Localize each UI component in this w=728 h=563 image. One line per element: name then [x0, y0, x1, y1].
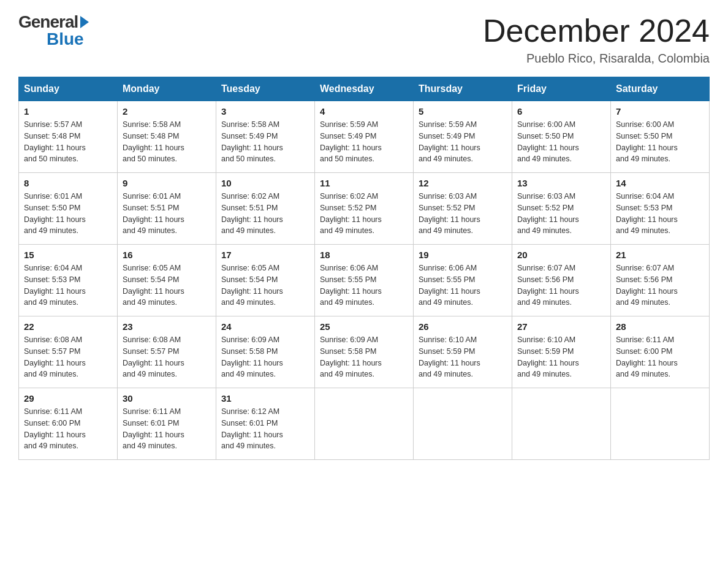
day-info: Sunrise: 6:08 AMSunset: 5:57 PMDaylight:… [24, 334, 112, 380]
day-info: Sunrise: 6:02 AMSunset: 5:51 PMDaylight:… [221, 191, 309, 237]
calendar-cell: 14Sunrise: 6:04 AMSunset: 5:53 PMDayligh… [611, 173, 710, 245]
day-info: Sunrise: 5:58 AMSunset: 5:49 PMDaylight:… [221, 119, 309, 165]
day-info: Sunrise: 5:59 AMSunset: 5:49 PMDaylight:… [419, 119, 507, 165]
day-number: 12 [419, 178, 507, 188]
day-number: 18 [320, 250, 408, 260]
month-title: December 2024 [483, 12, 710, 49]
day-number: 1 [24, 106, 112, 117]
day-number: 2 [123, 106, 211, 117]
calendar-cell: 12Sunrise: 6:03 AMSunset: 5:52 PMDayligh… [414, 173, 512, 245]
calendar-cell: 15Sunrise: 6:04 AMSunset: 5:53 PMDayligh… [19, 245, 118, 316]
day-info: Sunrise: 6:10 AMSunset: 5:59 PMDaylight:… [517, 334, 605, 380]
calendar-cell: 23Sunrise: 6:08 AMSunset: 5:57 PMDayligh… [118, 316, 216, 388]
day-info: Sunrise: 6:08 AMSunset: 5:57 PMDaylight:… [123, 334, 211, 380]
calendar-cell: 28Sunrise: 6:11 AMSunset: 6:00 PMDayligh… [611, 316, 710, 388]
day-number: 27 [517, 321, 605, 332]
day-number: 4 [320, 106, 408, 117]
day-info: Sunrise: 6:11 AMSunset: 6:00 PMDaylight:… [616, 334, 704, 380]
day-info: Sunrise: 6:09 AMSunset: 5:58 PMDaylight:… [221, 334, 309, 380]
calendar-cell: 6Sunrise: 6:00 AMSunset: 5:50 PMDaylight… [512, 101, 611, 173]
calendar-table: SundayMondayTuesdayWednesdayThursdayFrid… [18, 77, 710, 460]
day-info: Sunrise: 6:04 AMSunset: 5:53 PMDaylight:… [616, 191, 704, 237]
calendar-cell [512, 388, 611, 460]
day-info: Sunrise: 6:06 AMSunset: 5:55 PMDaylight:… [419, 262, 507, 308]
week-row-1: 1Sunrise: 5:57 AMSunset: 5:48 PMDaylight… [19, 101, 710, 173]
day-info: Sunrise: 6:00 AMSunset: 5:50 PMDaylight:… [517, 119, 605, 165]
calendar-cell: 4Sunrise: 5:59 AMSunset: 5:49 PMDaylight… [315, 101, 414, 173]
day-number: 24 [221, 321, 309, 332]
calendar-cell: 11Sunrise: 6:02 AMSunset: 5:52 PMDayligh… [315, 173, 414, 245]
weekday-header-sunday: Sunday [19, 77, 118, 101]
day-number: 11 [320, 178, 408, 188]
calendar-cell [414, 388, 512, 460]
logo-text-blue: Blue [47, 29, 84, 49]
day-number: 15 [24, 250, 112, 260]
calendar-cell: 22Sunrise: 6:08 AMSunset: 5:57 PMDayligh… [19, 316, 118, 388]
day-number: 19 [419, 250, 507, 260]
calendar-cell: 13Sunrise: 6:03 AMSunset: 5:52 PMDayligh… [512, 173, 611, 245]
day-number: 5 [419, 106, 507, 117]
day-info: Sunrise: 6:04 AMSunset: 5:53 PMDaylight:… [24, 262, 112, 308]
day-info: Sunrise: 6:06 AMSunset: 5:55 PMDaylight:… [320, 262, 408, 308]
week-row-5: 29Sunrise: 6:11 AMSunset: 6:00 PMDayligh… [19, 388, 710, 460]
weekday-header-saturday: Saturday [611, 77, 710, 101]
day-number: 23 [123, 321, 211, 332]
title-area: December 2024 Pueblo Rico, Risaralda, Co… [483, 12, 710, 66]
calendar-cell [611, 388, 710, 460]
day-number: 8 [24, 178, 112, 188]
weekday-header-friday: Friday [512, 77, 611, 101]
day-info: Sunrise: 6:11 AMSunset: 6:01 PMDaylight:… [123, 406, 211, 452]
week-row-2: 8Sunrise: 6:01 AMSunset: 5:50 PMDaylight… [19, 173, 710, 245]
day-number: 30 [123, 393, 211, 404]
day-number: 9 [123, 178, 211, 188]
day-info: Sunrise: 5:58 AMSunset: 5:48 PMDaylight:… [123, 119, 211, 165]
day-number: 29 [24, 393, 112, 404]
calendar-cell: 7Sunrise: 6:00 AMSunset: 5:50 PMDaylight… [611, 101, 710, 173]
weekday-header-monday: Monday [118, 77, 216, 101]
day-info: Sunrise: 6:05 AMSunset: 5:54 PMDaylight:… [221, 262, 309, 308]
day-info: Sunrise: 6:07 AMSunset: 5:56 PMDaylight:… [616, 262, 704, 308]
weekday-header-tuesday: Tuesday [216, 77, 315, 101]
day-number: 13 [517, 178, 605, 188]
day-info: Sunrise: 6:07 AMSunset: 5:56 PMDaylight:… [517, 262, 605, 308]
day-info: Sunrise: 6:00 AMSunset: 5:50 PMDaylight:… [616, 119, 704, 165]
day-info: Sunrise: 5:57 AMSunset: 5:48 PMDaylight:… [24, 119, 112, 165]
calendar-cell: 17Sunrise: 6:05 AMSunset: 5:54 PMDayligh… [216, 245, 315, 316]
page-header: General Blue December 2024 Pueblo Rico, … [18, 12, 710, 66]
day-number: 25 [320, 321, 408, 332]
calendar-cell: 10Sunrise: 6:02 AMSunset: 5:51 PMDayligh… [216, 173, 315, 245]
day-info: Sunrise: 6:09 AMSunset: 5:58 PMDaylight:… [320, 334, 408, 380]
day-number: 20 [517, 250, 605, 260]
day-number: 6 [517, 106, 605, 117]
day-number: 10 [221, 178, 309, 188]
day-info: Sunrise: 5:59 AMSunset: 5:49 PMDaylight:… [320, 119, 408, 165]
day-info: Sunrise: 6:03 AMSunset: 5:52 PMDaylight:… [419, 191, 507, 237]
calendar-cell: 9Sunrise: 6:01 AMSunset: 5:51 PMDaylight… [118, 173, 216, 245]
calendar-cell: 3Sunrise: 5:58 AMSunset: 5:49 PMDaylight… [216, 101, 315, 173]
calendar-cell [315, 388, 414, 460]
calendar-cell: 2Sunrise: 5:58 AMSunset: 5:48 PMDaylight… [118, 101, 216, 173]
day-number: 14 [616, 178, 704, 188]
logo-triangle-icon [80, 16, 89, 28]
week-row-3: 15Sunrise: 6:04 AMSunset: 5:53 PMDayligh… [19, 245, 710, 316]
calendar-cell: 27Sunrise: 6:10 AMSunset: 5:59 PMDayligh… [512, 316, 611, 388]
calendar-cell: 18Sunrise: 6:06 AMSunset: 5:55 PMDayligh… [315, 245, 414, 316]
day-info: Sunrise: 6:12 AMSunset: 6:01 PMDaylight:… [221, 406, 309, 452]
day-info: Sunrise: 6:03 AMSunset: 5:52 PMDaylight:… [517, 191, 605, 237]
day-number: 26 [419, 321, 507, 332]
weekday-header-wednesday: Wednesday [315, 77, 414, 101]
day-number: 16 [123, 250, 211, 260]
day-number: 21 [616, 250, 704, 260]
day-number: 28 [616, 321, 704, 332]
calendar-cell: 26Sunrise: 6:10 AMSunset: 5:59 PMDayligh… [414, 316, 512, 388]
calendar-cell: 30Sunrise: 6:11 AMSunset: 6:01 PMDayligh… [118, 388, 216, 460]
day-number: 22 [24, 321, 112, 332]
logo: General Blue [18, 12, 89, 49]
calendar-cell: 31Sunrise: 6:12 AMSunset: 6:01 PMDayligh… [216, 388, 315, 460]
calendar-cell: 1Sunrise: 5:57 AMSunset: 5:48 PMDaylight… [19, 101, 118, 173]
day-number: 3 [221, 106, 309, 117]
calendar-cell: 24Sunrise: 6:09 AMSunset: 5:58 PMDayligh… [216, 316, 315, 388]
calendar-cell: 25Sunrise: 6:09 AMSunset: 5:58 PMDayligh… [315, 316, 414, 388]
day-info: Sunrise: 6:05 AMSunset: 5:54 PMDaylight:… [123, 262, 211, 308]
day-info: Sunrise: 6:10 AMSunset: 5:59 PMDaylight:… [419, 334, 507, 380]
